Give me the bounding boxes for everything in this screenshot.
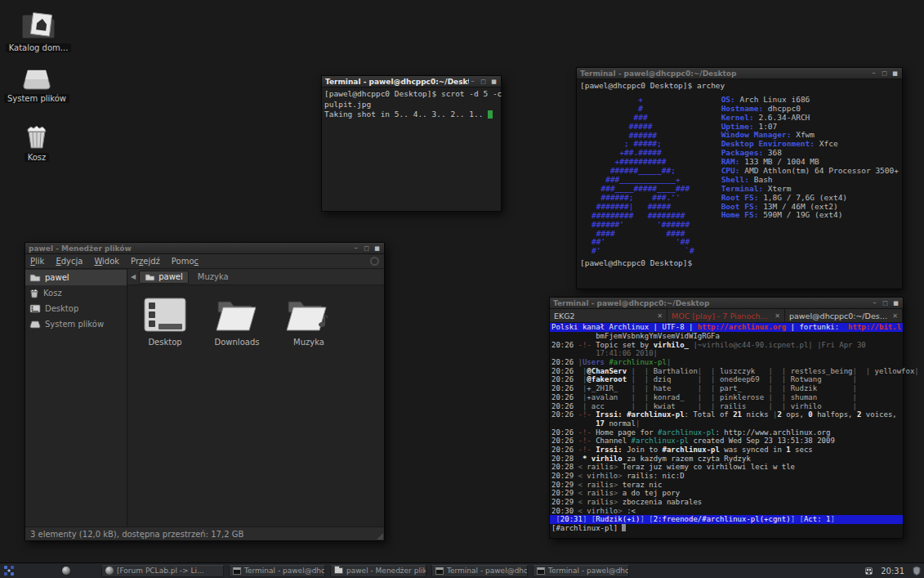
menu-edycja[interactable]: Edycja: [56, 257, 83, 266]
maximize-button-icon[interactable]: [363, 244, 370, 252]
irc-line: 20:26 |+avalan | | konrad_ | | pinkleros…: [551, 393, 903, 402]
menu-widok[interactable]: Widok: [94, 257, 119, 266]
archey-info-label: OS:: [721, 95, 740, 104]
text-segment: pinklerose: [720, 393, 769, 401]
desktop-icon-home[interactable]: Katalog dom...: [0, 10, 83, 52]
text-segment: >: [614, 481, 623, 489]
archey-info-value: Bash: [754, 175, 773, 184]
text-segment: 20:26: [551, 393, 583, 401]
window-title: Terminal - pawel@dhcppc0:~/Desktop: [553, 299, 871, 307]
resize-grip[interactable]: [377, 533, 383, 540]
titlebar[interactable]: Terminal - pawel@dhcppc0:~/Desktop: [550, 298, 903, 309]
folder-icon: [334, 567, 343, 574]
titlebar[interactable]: Terminal - pawel@dhcppc0:~/Desktop: [577, 68, 902, 79]
text-segment: |: [914, 367, 918, 375]
irc-line: 20:26 | acc | | kwiat | | railis | | vir…: [551, 402, 903, 411]
terminal-cursor: [488, 110, 493, 119]
menu-pomoc[interactable]: Pomoc: [172, 257, 199, 266]
archey-info-label: Kernel:: [721, 113, 759, 122]
sidebar-item-filesystem[interactable]: System plików: [25, 316, 127, 332]
archey-info-label: Hostname:: [721, 104, 768, 113]
terminal-content[interactable]: [pawel@dhcppc0 Desktop]$ scrot -d 5 -c p…: [322, 87, 501, 211]
close-button-icon[interactable]: [373, 244, 381, 252]
maximize-button-icon[interactable]: [480, 78, 487, 85]
minimize-button-icon[interactable]: [870, 69, 877, 77]
terminal-line-text: Taking shot in 5.. 4.. 3.. 2.. 1..: [324, 110, 488, 119]
menubar: Plik Edycja Widok Przejdź Pomoc: [25, 254, 384, 269]
terminal-content[interactable]: [pawel@dhcppc0 Desktop]$ archey + # ### …: [577, 79, 902, 289]
fm-item-desktop[interactable]: Desktop: [136, 297, 194, 347]
back-arrow-icon[interactable]: ◀: [131, 273, 136, 280]
desktop-icon-filesystem[interactable]: System plików: [0, 69, 82, 103]
irc-line: bmFjemVsbnkgYmVsemVidWIgRGFa: [551, 332, 903, 341]
close-button-icon[interactable]: [490, 78, 498, 85]
taskbar-button-browser[interactable]: [Forum PCLab.pl -> Li...: [101, 565, 224, 577]
close-button-icon[interactable]: [891, 69, 899, 77]
archey-info-label: Window Manager:: [721, 130, 797, 139]
minimize-button-icon[interactable]: [469, 78, 476, 85]
text-segment: shuman: [791, 393, 853, 401]
titlebar-buttons: [352, 244, 381, 252]
archey-info-label: Uptime:: [721, 122, 759, 131]
text-segment: +avalan: [587, 393, 631, 401]
text-segment: | |: [769, 375, 791, 383]
desktop-icon: [29, 304, 41, 313]
menu-przejdz[interactable]: Przejdź: [131, 257, 160, 266]
desktop-icon-trash[interactable]: Kosz: [0, 124, 82, 162]
terminal-icon: [537, 567, 545, 575]
maximize-button-icon[interactable]: [881, 69, 888, 77]
tab-moc[interactable]: MOC [play] - 7 Pianochocol...: [667, 309, 785, 322]
taskbar-button-file-manager[interactable]: pawel - Menedżer plik...: [330, 565, 426, 577]
tab-ekg2[interactable]: EKG2: [550, 309, 667, 322]
archey-info-label: RAM:: [721, 157, 745, 166]
sidebar-item-pawel[interactable]: pawel: [25, 270, 127, 285]
path-button-pawel[interactable]: pawel: [139, 271, 189, 284]
text-segment: 20:28: [551, 455, 583, 463]
irc-message-area: bmFjemVsbnkgYmVsemVidWIgRGFa20:26 -!- To…: [550, 332, 903, 515]
minimize-button-icon[interactable]: [352, 244, 359, 252]
terminal-content[interactable]: Polski kanał Archlinux | UTF-8 | http://…: [550, 323, 903, 538]
tray-shield-icon[interactable]: [913, 566, 921, 576]
tab-shell[interactable]: pawel@dhcppc0:~/Desktop: [785, 309, 903, 322]
text-segment: Channel: [596, 437, 631, 445]
tab-close-icon[interactable]: [657, 312, 663, 320]
text-segment: restless_being: [791, 367, 853, 375]
tray-icon[interactable]: [865, 567, 873, 575]
text-segment: -!-: [578, 437, 596, 445]
taskbar-button-terminal-1[interactable]: Terminal - pawel@dhc...: [229, 565, 325, 577]
text-segment: 20:26: [551, 410, 578, 419]
close-button-icon[interactable]: [892, 299, 899, 307]
sidebar-item-kosz[interactable]: Kosz: [25, 285, 127, 301]
browser-launcher-globe-icon[interactable]: [62, 567, 70, 575]
text-segment: >: [614, 498, 623, 506]
xfce-menu-icon[interactable]: [3, 565, 15, 576]
text-segment: -!-: [578, 410, 596, 419]
titlebar[interactable]: pawel - Menedżer plików: [25, 243, 384, 254]
fm-icon-view[interactable]: Desktop Downloads: [127, 285, 384, 526]
text-segment: 21: [733, 410, 742, 419]
irc-line: 17 normal|: [551, 419, 903, 428]
taskbar-button-terminal-2[interactable]: Terminal - pawel@dhc...: [431, 565, 528, 577]
titlebar[interactable]: Terminal - pawel@dhcppc0:~/Desktop: [322, 76, 501, 87]
fm-item-muzyka[interactable]: Muzyka: [279, 297, 338, 347]
fm-item-downloads[interactable]: Downloads: [208, 297, 266, 347]
tab-close-icon[interactable]: [892, 312, 898, 320]
tab-close-icon[interactable]: [774, 312, 780, 320]
irc-line: 20:26 -!- Home page for #archlinux-pl: h…: [551, 428, 903, 437]
text-segment: http://bit.l: [848, 323, 901, 331]
sidebar-item-desktop[interactable]: Desktop: [25, 301, 127, 316]
minimize-button-icon[interactable]: [871, 299, 878, 307]
menu-plik[interactable]: Plik: [30, 257, 44, 266]
taskbar-button-terminal-3[interactable]: Terminal - pawel@dhc...: [533, 565, 629, 577]
text-segment: konrad_: [654, 393, 698, 401]
maximize-button-icon[interactable]: [882, 299, 889, 307]
text-segment: ] [: [791, 515, 804, 523]
text-segment: a do tej pory: [623, 489, 680, 497]
irc-input-line[interactable]: [#archlinux-pl]: [550, 524, 903, 533]
text-segment: Barthalion: [654, 367, 698, 375]
path-button-muzyka[interactable]: Muzyka: [192, 271, 234, 284]
text-segment: | |: [769, 402, 791, 410]
text-segment: | |: [632, 402, 654, 410]
irc-line: 17:41:06 2010|: [551, 349, 903, 358]
text-segment: | |: [632, 393, 654, 401]
